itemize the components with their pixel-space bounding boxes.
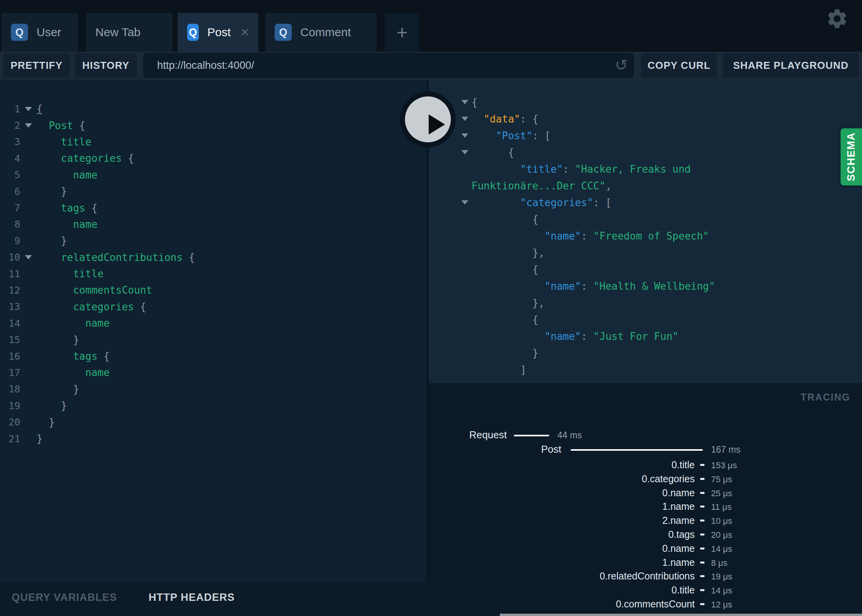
trace-duration: 12 μs — [711, 600, 732, 610]
query-code-text: title — [37, 136, 91, 148]
line-number: 21 — [0, 433, 20, 444]
trace-duration-dash — [700, 464, 704, 466]
query-code-text: Post { — [37, 120, 85, 131]
prettify-button[interactable]: PRETTIFY — [3, 53, 70, 78]
code-token: : [ — [533, 130, 551, 142]
line-number: 13 — [0, 301, 20, 312]
query-editor-line: 20 } — [0, 414, 429, 430]
code-token: "title" — [471, 163, 563, 175]
trace-duration: 14 μs — [711, 544, 732, 554]
share-playground-button[interactable]: SHARE PLAYGROUND — [723, 53, 859, 78]
query-editor-line: 17 name — [0, 364, 429, 381]
code-token: tags — [37, 350, 98, 362]
fold-arrow-icon[interactable] — [20, 123, 37, 128]
trace-row: 0.name25 μs — [429, 487, 862, 500]
trace-duration-dash — [700, 492, 704, 494]
close-tab-icon[interactable]: × — [241, 25, 249, 39]
query-code-text: name — [37, 219, 98, 230]
code-token: categories — [37, 152, 122, 164]
code-token: "name" — [471, 230, 581, 242]
response-line: { — [429, 261, 862, 278]
code-token: name — [37, 367, 110, 378]
code-token: } — [37, 235, 67, 247]
trace-request-duration: 44 ms — [557, 430, 582, 441]
line-number: 7 — [0, 202, 20, 214]
code-token: { — [37, 103, 43, 115]
plus-icon: + — [396, 21, 408, 44]
trace-duration-dash — [700, 478, 704, 480]
endpoint-url-input[interactable]: http://localhost:4000/ ↺ — [143, 53, 634, 78]
trace-label: 0.tags — [429, 529, 695, 540]
trace-duration: 20 μs — [711, 530, 732, 540]
line-number: 1 — [0, 103, 20, 115]
line-number: 8 — [0, 219, 20, 230]
copy-curl-button[interactable]: COPY CURL — [641, 53, 717, 78]
line-number: 20 — [0, 416, 20, 428]
trace-label: 1.name — [429, 557, 695, 568]
add-tab-button[interactable]: + — [385, 13, 419, 52]
trace-duration: 14 μs — [711, 586, 732, 596]
code-token: }, — [471, 297, 545, 309]
execute-query-button[interactable] — [400, 91, 456, 147]
response-json-lines: { "data": { "Post": [ { "title": "Hacker… — [429, 80, 862, 378]
editor-bottom-bar: QUERY VARIABLES HTTP HEADERS — [0, 581, 429, 616]
trace-row: 0.categories75 μs — [429, 473, 862, 486]
fold-arrow-icon[interactable] — [20, 255, 37, 259]
trace-duration-dash — [700, 603, 704, 605]
query-editor-line: 21} — [0, 430, 429, 447]
query-editor-line: 1{ — [0, 101, 429, 117]
response-code-text: "name": "Health & Wellbeing" — [471, 280, 715, 292]
settings-gear-icon[interactable] — [825, 7, 849, 30]
tracing-title: TRACING — [801, 392, 850, 403]
code-token: name — [37, 317, 110, 329]
tab-user[interactable]: Q User — [2, 13, 78, 52]
tab-bar: Q User New Tab Q Post × Q Comment + — [0, 0, 862, 52]
line-number: 16 — [0, 351, 20, 362]
reload-schema-icon[interactable]: ↺ — [615, 56, 628, 74]
query-code-text: } — [37, 400, 67, 411]
line-number: 6 — [0, 186, 20, 197]
collapse-arrow-icon[interactable] — [429, 150, 471, 154]
response-line: ] — [429, 361, 862, 378]
query-editor-line: 16 tags { — [0, 348, 429, 364]
code-token: "data" — [471, 113, 520, 125]
schema-side-tab[interactable]: SCHEMA — [841, 128, 862, 186]
tab-new-tab[interactable]: New Tab — [86, 13, 172, 52]
query-variables-tab[interactable]: QUERY VARIABLES — [12, 592, 117, 604]
triangle-down-icon — [461, 100, 468, 104]
code-token: "Post" — [471, 130, 533, 142]
trace-request-label: Request — [429, 429, 507, 441]
code-token: } — [37, 186, 67, 197]
line-number: 18 — [0, 383, 20, 395]
query-editor-line: 8 name — [0, 216, 429, 233]
response-code-text: }, — [471, 247, 545, 259]
code-token: Funktionäre...Der CCC" — [471, 180, 605, 192]
code-token: { — [471, 264, 538, 275]
tracing-horizontal-scrollbar[interactable] — [500, 614, 862, 616]
trace-post-bar — [571, 449, 703, 451]
code-token: : — [563, 163, 575, 175]
fold-arrow-icon[interactable] — [20, 107, 37, 111]
query-editor-pane[interactable]: 1{2 Post {3 title4 categories {5 name6 }… — [0, 80, 429, 581]
query-editor-line: 3 title — [0, 134, 429, 150]
query-editor-line: 9 } — [0, 233, 429, 249]
http-headers-tab[interactable]: HTTP HEADERS — [149, 592, 235, 604]
query-code-text: } — [37, 416, 55, 428]
line-number: 19 — [0, 400, 20, 411]
code-token: { — [471, 147, 514, 158]
trace-label: 1.name — [429, 501, 695, 512]
triangle-down-icon — [461, 150, 468, 154]
code-token: Post — [37, 120, 73, 131]
trace-duration-dash — [700, 506, 704, 508]
trace-duration: 10 μs — [711, 516, 732, 526]
tab-comment[interactable]: Q Comment — [265, 13, 377, 52]
response-code-text: Funktionäre...Der CCC", — [471, 180, 611, 192]
code-token: title — [37, 136, 91, 148]
tab-post[interactable]: Q Post × — [178, 13, 258, 52]
history-button[interactable]: HISTORY — [75, 53, 137, 78]
collapse-arrow-icon[interactable] — [429, 200, 471, 205]
trace-duration: 8 μs — [711, 558, 727, 568]
response-pane: { "data": { "Post": [ { "title": "Hacker… — [429, 80, 862, 383]
response-line: { — [429, 144, 862, 161]
code-token: : { — [520, 113, 538, 125]
